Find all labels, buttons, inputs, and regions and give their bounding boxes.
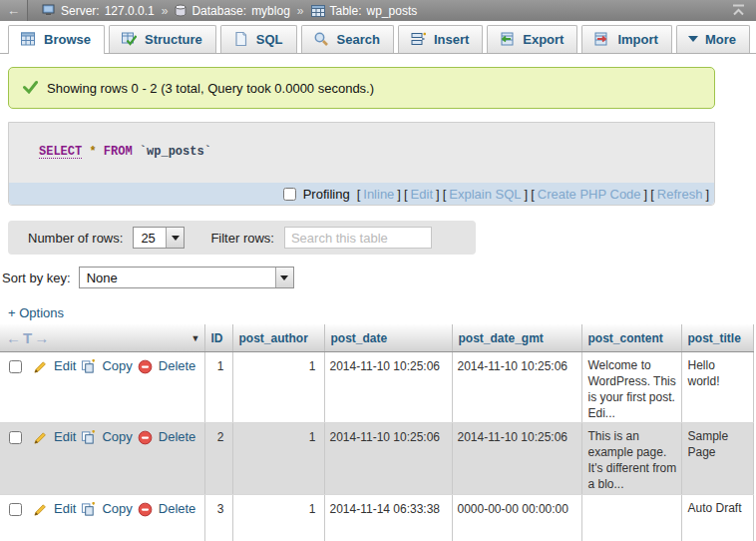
table-link[interactable]: wp_posts <box>367 4 418 18</box>
tab-browse[interactable]: Browse <box>8 25 105 54</box>
edit-icon <box>33 359 48 374</box>
bracket: ] <box>436 187 440 202</box>
database-icon <box>175 4 187 17</box>
results-table: ← T → ▼ ID post_author post_date post_da… <box>0 324 754 541</box>
tab-label: SQL <box>256 32 283 47</box>
search-icon <box>313 31 329 47</box>
chevron-down-icon <box>280 275 288 284</box>
row-actions-cell: Edit Copy Delete <box>0 423 204 495</box>
tab-export[interactable]: Export <box>487 25 577 53</box>
options-toggle-link[interactable]: + Options <box>8 305 64 320</box>
row-checkbox[interactable] <box>9 503 22 516</box>
delete-icon <box>138 430 153 445</box>
sql-keyword-from: FROM <box>104 145 133 159</box>
export-icon <box>499 31 515 47</box>
sql-query-box: SELECT * FROM `wp_posts` Profiling [ Inl… <box>8 122 715 206</box>
check-icon <box>23 80 38 97</box>
tab-label: Search <box>337 32 380 47</box>
delete-icon <box>138 359 153 374</box>
breadcrumb: Server: 127.0.0.1 » Database: myblog » T… <box>42 4 417 18</box>
edit-query-link[interactable]: Edit <box>411 187 433 202</box>
collapse-icon[interactable] <box>731 3 746 20</box>
bracket: [ <box>443 187 447 202</box>
tab-sql[interactable]: SQL <box>220 25 297 53</box>
tab-label: Import <box>617 32 657 47</box>
select-arrow-button[interactable] <box>275 268 293 287</box>
structure-icon <box>121 31 137 47</box>
server-icon <box>42 4 56 17</box>
delete-link[interactable]: Delete <box>159 501 196 517</box>
row-actions-cell: Edit Copy Delete <box>0 352 204 423</box>
table-header-row: ← T → ▼ ID post_author post_date post_da… <box>0 324 753 352</box>
table-label: Table: <box>330 4 362 18</box>
tab-structure[interactable]: Structure <box>109 25 216 53</box>
row-checkbox[interactable] <box>9 431 22 444</box>
insert-icon <box>410 31 426 47</box>
right-arrow-icon[interactable]: → <box>34 329 49 346</box>
column-header-post-date-gmt[interactable]: post_date_gmt <box>452 324 581 352</box>
tab-import[interactable]: Import <box>581 25 671 53</box>
edit-link[interactable]: Edit <box>54 429 76 445</box>
cell-id: 2 <box>204 423 232 495</box>
tab-label: Structure <box>145 32 202 47</box>
explain-sql-link[interactable]: Explain SQL <box>449 187 521 202</box>
tab-more[interactable]: More <box>676 25 750 53</box>
profiling-checkbox[interactable] <box>283 188 296 201</box>
delete-link[interactable]: Delete <box>159 429 196 445</box>
create-php-code-link[interactable]: Create PHP Code <box>538 187 641 202</box>
rows-control-bar: Number of rows: 25 Filter rows: <box>8 221 476 255</box>
breadcrumb-bar: ← Server: 127.0.0.1 » Database: myblog »… <box>0 0 756 21</box>
cell-post-content: Welcome to WordPress. This is your first… <box>581 352 681 423</box>
browse-icon <box>20 31 36 47</box>
inline-link[interactable]: Inline <box>363 187 394 202</box>
header-actions-cell: ← T → ▼ <box>0 324 204 352</box>
copy-icon <box>81 359 96 374</box>
tab-label: Insert <box>434 32 469 47</box>
back-button[interactable]: ← <box>0 0 28 21</box>
row-actions-cell: Edit Copy Delete <box>0 495 204 541</box>
sort-dropdown-icon[interactable]: ▼ <box>191 333 200 343</box>
sql-star: * <box>89 145 96 159</box>
tab-label: Export <box>523 32 564 47</box>
num-rows-label: Number of rows: <box>28 231 123 246</box>
tab-search[interactable]: Search <box>301 25 394 53</box>
bracket: [ <box>404 187 408 202</box>
column-header-post-author[interactable]: post_author <box>232 324 324 352</box>
cell-post-date: 2014-11-10 10:25:06 <box>324 423 452 495</box>
copy-link[interactable]: Copy <box>102 429 132 445</box>
success-message: Showing rows 0 - 2 (3 total, Query took … <box>8 67 715 109</box>
edit-link[interactable]: Edit <box>54 358 76 374</box>
server-link[interactable]: 127.0.0.1 <box>105 4 155 18</box>
tee-icon[interactable]: T <box>23 329 32 346</box>
sql-keyword-select[interactable]: SELECT <box>39 145 82 159</box>
table-icon <box>311 5 325 17</box>
copy-link[interactable]: Copy <box>102 358 132 374</box>
cell-post-title: Sample Page <box>681 423 753 495</box>
column-header-post-title[interactable]: post_title <box>681 324 753 352</box>
cell-post-date-gmt: 2014-11-10 10:25:06 <box>452 423 581 495</box>
cell-post-date-gmt: 2014-11-10 10:25:06 <box>452 352 581 423</box>
chevron-down-icon <box>172 236 180 245</box>
column-visibility-controls[interactable]: ← T → <box>6 329 49 346</box>
column-header-id[interactable]: ID <box>204 324 232 352</box>
rows-per-page-select[interactable]: 25 <box>133 227 185 249</box>
cell-post-title: Auto Draft <box>681 495 753 541</box>
database-link[interactable]: myblog <box>251 4 290 18</box>
select-arrow-button[interactable] <box>166 228 184 248</box>
copy-link[interactable]: Copy <box>102 501 132 517</box>
tab-insert[interactable]: Insert <box>398 25 483 53</box>
table-row: Edit Copy Delete 1 1 2014-11-10 10:25:06… <box>0 352 753 423</box>
column-header-post-content[interactable]: post_content <box>581 324 681 352</box>
left-arrow-icon[interactable]: ← <box>6 329 21 346</box>
cell-post-date-gmt: 0000-00-00 00:00:00 <box>452 495 581 541</box>
server-label: Server: <box>61 4 100 18</box>
delete-link[interactable]: Delete <box>159 358 196 374</box>
table-row: Edit Copy Delete 3 1 2014-11-14 06:33:38… <box>0 495 753 541</box>
edit-link[interactable]: Edit <box>54 501 76 517</box>
column-header-post-date[interactable]: post_date <box>324 324 452 352</box>
sort-by-key-select[interactable]: None <box>79 267 294 288</box>
refresh-link[interactable]: Refresh <box>657 187 703 202</box>
filter-rows-input[interactable] <box>284 227 432 249</box>
row-checkbox[interactable] <box>9 360 22 373</box>
cell-post-author: 1 <box>232 495 324 541</box>
